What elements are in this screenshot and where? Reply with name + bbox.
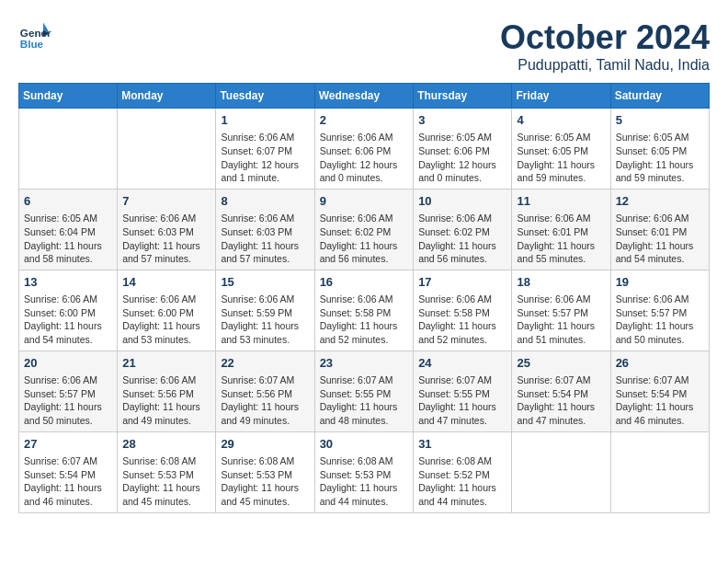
- calendar-header: SundayMondayTuesdayWednesdayThursdayFrid…: [19, 84, 710, 109]
- calendar-cell: 3Sunrise: 6:05 AM Sunset: 6:06 PM Daylig…: [414, 109, 512, 190]
- calendar-cell: 28Sunrise: 6:08 AM Sunset: 5:53 PM Dayli…: [118, 431, 216, 512]
- calendar-cell: 16Sunrise: 6:06 AM Sunset: 5:58 PM Dayli…: [314, 270, 414, 350]
- header-day-monday: Monday: [118, 84, 216, 109]
- day-number: 26: [616, 355, 704, 372]
- calendar-cell: 17Sunrise: 6:06 AM Sunset: 5:58 PM Dayli…: [414, 270, 512, 350]
- day-number: 9: [320, 193, 409, 210]
- day-info: Sunrise: 6:06 AM Sunset: 6:01 PM Dayligh…: [517, 212, 605, 266]
- calendar-cell: 11Sunrise: 6:06 AM Sunset: 6:01 PM Dayli…: [512, 189, 610, 270]
- day-info: Sunrise: 6:08 AM Sunset: 5:53 PM Dayligh…: [320, 454, 409, 509]
- day-number: 7: [122, 193, 210, 210]
- day-number: 30: [320, 436, 409, 453]
- day-info: Sunrise: 6:06 AM Sunset: 6:07 PM Dayligh…: [221, 131, 309, 185]
- day-number: 23: [320, 355, 409, 372]
- calendar-cell: 22Sunrise: 6:07 AM Sunset: 5:56 PM Dayli…: [216, 350, 314, 431]
- calendar-cell: 30Sunrise: 6:08 AM Sunset: 5:53 PM Dayli…: [314, 431, 414, 512]
- day-info: Sunrise: 6:07 AM Sunset: 5:55 PM Dayligh…: [418, 373, 506, 428]
- logo-icon: General Blue: [18, 18, 51, 52]
- day-info: Sunrise: 6:06 AM Sunset: 5:56 PM Dayligh…: [122, 373, 210, 428]
- header-row: SundayMondayTuesdayWednesdayThursdayFrid…: [19, 84, 710, 109]
- day-info: Sunrise: 6:06 AM Sunset: 6:00 PM Dayligh…: [122, 293, 210, 347]
- calendar-cell: 2Sunrise: 6:06 AM Sunset: 6:06 PM Daylig…: [314, 109, 414, 190]
- calendar-cell: 27Sunrise: 6:07 AM Sunset: 5:54 PM Dayli…: [19, 431, 118, 512]
- svg-text:Blue: Blue: [20, 38, 44, 50]
- page-header: General Blue October 2024 Puduppatti, Ta…: [18, 18, 710, 74]
- day-info: Sunrise: 6:06 AM Sunset: 5:59 PM Dayligh…: [221, 293, 309, 347]
- day-info: Sunrise: 6:06 AM Sunset: 5:58 PM Dayligh…: [320, 293, 409, 347]
- calendar-cell: 19Sunrise: 6:06 AM Sunset: 5:57 PM Dayli…: [610, 270, 709, 350]
- day-number: 24: [418, 355, 506, 372]
- calendar-cell: 15Sunrise: 6:06 AM Sunset: 5:59 PM Dayli…: [216, 270, 314, 350]
- title-block: October 2024 Puduppatti, Tamil Nadu, Ind…: [500, 18, 710, 74]
- month-title: October 2024: [500, 18, 710, 57]
- calendar-cell: 25Sunrise: 6:07 AM Sunset: 5:54 PM Dayli…: [512, 350, 610, 431]
- day-number: 15: [221, 274, 309, 291]
- day-number: 25: [517, 355, 605, 372]
- calendar-cell: 12Sunrise: 6:06 AM Sunset: 6:01 PM Dayli…: [610, 189, 709, 270]
- location-title: Puduppatti, Tamil Nadu, India: [500, 57, 710, 74]
- day-number: 3: [418, 112, 506, 129]
- calendar-cell: [610, 431, 709, 512]
- day-number: 6: [24, 193, 112, 210]
- day-info: Sunrise: 6:06 AM Sunset: 6:06 PM Dayligh…: [320, 131, 409, 185]
- day-info: Sunrise: 6:06 AM Sunset: 6:02 PM Dayligh…: [320, 212, 409, 266]
- day-number: 8: [221, 193, 309, 210]
- day-info: Sunrise: 6:05 AM Sunset: 6:05 PM Dayligh…: [616, 131, 704, 185]
- day-number: 18: [517, 274, 605, 291]
- day-number: 27: [24, 436, 112, 453]
- calendar-table: SundayMondayTuesdayWednesdayThursdayFrid…: [18, 83, 710, 513]
- day-number: 12: [616, 193, 704, 210]
- day-info: Sunrise: 6:08 AM Sunset: 5:52 PM Dayligh…: [418, 454, 506, 509]
- calendar-cell: 18Sunrise: 6:06 AM Sunset: 5:57 PM Dayli…: [512, 270, 610, 350]
- day-number: 4: [517, 112, 605, 129]
- header-day-wednesday: Wednesday: [314, 84, 414, 109]
- calendar-cell: [19, 109, 118, 190]
- day-number: 11: [517, 193, 605, 210]
- day-number: 10: [418, 193, 506, 210]
- day-number: 2: [320, 112, 409, 129]
- day-info: Sunrise: 6:07 AM Sunset: 5:56 PM Dayligh…: [221, 373, 309, 428]
- day-number: 21: [122, 355, 210, 372]
- week-row-3: 13Sunrise: 6:06 AM Sunset: 6:00 PM Dayli…: [19, 270, 710, 350]
- header-day-sunday: Sunday: [19, 84, 118, 109]
- calendar-cell: 10Sunrise: 6:06 AM Sunset: 6:02 PM Dayli…: [414, 189, 512, 270]
- day-info: Sunrise: 6:06 AM Sunset: 6:02 PM Dayligh…: [418, 212, 506, 266]
- day-number: 28: [122, 436, 210, 453]
- calendar-cell: [118, 109, 216, 190]
- day-info: Sunrise: 6:05 AM Sunset: 6:05 PM Dayligh…: [517, 131, 605, 185]
- week-row-1: 1Sunrise: 6:06 AM Sunset: 6:07 PM Daylig…: [19, 109, 710, 190]
- header-day-friday: Friday: [512, 84, 610, 109]
- day-number: 20: [24, 355, 112, 372]
- calendar-cell: 26Sunrise: 6:07 AM Sunset: 5:54 PM Dayli…: [610, 350, 709, 431]
- day-info: Sunrise: 6:06 AM Sunset: 6:03 PM Dayligh…: [221, 212, 309, 266]
- day-info: Sunrise: 6:08 AM Sunset: 5:53 PM Dayligh…: [122, 454, 210, 509]
- day-number: 13: [24, 274, 112, 291]
- calendar-cell: 23Sunrise: 6:07 AM Sunset: 5:55 PM Dayli…: [314, 350, 414, 431]
- week-row-2: 6Sunrise: 6:05 AM Sunset: 6:04 PM Daylig…: [19, 189, 710, 270]
- calendar-cell: 24Sunrise: 6:07 AM Sunset: 5:55 PM Dayli…: [414, 350, 512, 431]
- calendar-cell: 21Sunrise: 6:06 AM Sunset: 5:56 PM Dayli…: [118, 350, 216, 431]
- calendar-cell: 4Sunrise: 6:05 AM Sunset: 6:05 PM Daylig…: [512, 109, 610, 190]
- day-info: Sunrise: 6:06 AM Sunset: 5:57 PM Dayligh…: [517, 293, 605, 347]
- day-info: Sunrise: 6:07 AM Sunset: 5:54 PM Dayligh…: [616, 373, 704, 428]
- day-info: Sunrise: 6:06 AM Sunset: 5:57 PM Dayligh…: [616, 293, 704, 347]
- day-info: Sunrise: 6:08 AM Sunset: 5:53 PM Dayligh…: [221, 454, 309, 509]
- day-info: Sunrise: 6:05 AM Sunset: 6:06 PM Dayligh…: [418, 131, 506, 185]
- calendar-cell: 5Sunrise: 6:05 AM Sunset: 6:05 PM Daylig…: [610, 109, 709, 190]
- day-info: Sunrise: 6:07 AM Sunset: 5:54 PM Dayligh…: [24, 454, 112, 509]
- day-number: 31: [418, 436, 506, 453]
- calendar-cell: 13Sunrise: 6:06 AM Sunset: 6:00 PM Dayli…: [19, 270, 118, 350]
- day-info: Sunrise: 6:06 AM Sunset: 5:58 PM Dayligh…: [418, 293, 506, 347]
- day-number: 5: [616, 112, 704, 129]
- day-number: 29: [221, 436, 309, 453]
- calendar-cell: 6Sunrise: 6:05 AM Sunset: 6:04 PM Daylig…: [19, 189, 118, 270]
- day-number: 22: [221, 355, 309, 372]
- calendar-cell: 31Sunrise: 6:08 AM Sunset: 5:52 PM Dayli…: [414, 431, 512, 512]
- header-day-thursday: Thursday: [414, 84, 512, 109]
- day-info: Sunrise: 6:07 AM Sunset: 5:54 PM Dayligh…: [517, 373, 605, 428]
- day-number: 17: [418, 274, 506, 291]
- week-row-5: 27Sunrise: 6:07 AM Sunset: 5:54 PM Dayli…: [19, 431, 710, 512]
- header-day-saturday: Saturday: [610, 84, 709, 109]
- day-info: Sunrise: 6:06 AM Sunset: 5:57 PM Dayligh…: [24, 373, 112, 428]
- calendar-cell: [512, 431, 610, 512]
